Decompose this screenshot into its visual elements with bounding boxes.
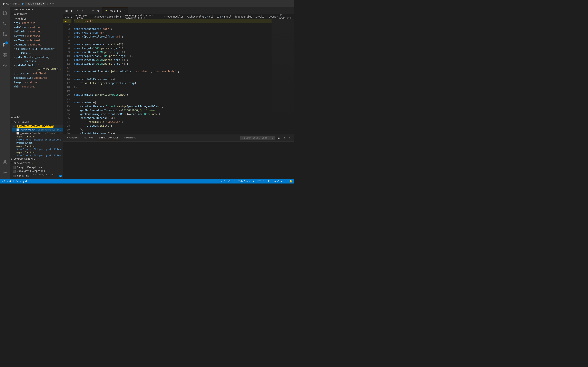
filter-input[interactable] — [241, 136, 275, 140]
line-num-22: 22 — [63, 100, 71, 104]
bc-deps: dependencies — [234, 15, 252, 18]
status-catalyst[interactable]: Catalyst — [16, 180, 27, 183]
status-language[interactable]: JavaScript — [272, 180, 287, 183]
run-debug-icon[interactable]: 1 — [0, 40, 10, 50]
frame-icon-anon: ⬜ — [16, 128, 19, 131]
svg-point-12 — [4, 160, 6, 162]
bc-node-modules: node_modules — [166, 15, 184, 18]
title-bar: ▶ RUN AND ... ▶ No Configur... ▾ ⚙ ••• — [0, 0, 294, 7]
explorer-icon[interactable] — [0, 8, 10, 18]
tab-size-label: Tab Size: 4 — [238, 180, 254, 183]
debug-toolbar: ⊞ ▶ ↷ ↓ ↑ ↺ ⊘ — [63, 7, 102, 14]
step-over-button[interactable]: ↷ — [75, 8, 80, 13]
call-stack-header[interactable]: ▶ CALL STACK — [10, 120, 63, 125]
tab-node-mjs[interactable]: JS node.mjs × — [102, 7, 128, 14]
skip-3-more-1[interactable]: Show 3 More: Skipped by skipFiles — [12, 138, 63, 141]
tab-terminal[interactable]: TERMINAL — [121, 135, 138, 140]
tab-problems[interactable]: PROBLEMS — [65, 135, 81, 140]
bp-uncaught-checkbox[interactable] — [13, 170, 16, 173]
source-control-icon[interactable] — [0, 29, 10, 39]
restart-button[interactable]: ↺ — [91, 8, 95, 13]
var-path[interactable]: ▶path:Module {_makeLong: <accesso... — [12, 55, 63, 63]
call-stack-anonymous[interactable]: ⬜ <anonymous> /Users/adhitya-14... — [12, 128, 63, 132]
code-line-22: const context = { — [74, 100, 272, 104]
status-errors[interactable]: ⊗ 0 — [2, 180, 5, 183]
cursor-position: Ln 1, Col 1 — [219, 180, 236, 183]
loaded-scripts-header[interactable]: ▶ LOADED SCRIPTS — [10, 157, 63, 161]
no-config-label: No Configur... — [27, 2, 42, 5]
continue-button[interactable]: ▶ — [69, 8, 74, 13]
frame-path-inst: internal/modules/... — [38, 132, 61, 134]
line-num-14: 14 — [63, 69, 71, 73]
bp-caught-exceptions[interactable]: Caught Exceptions — [10, 166, 63, 169]
step-out-button[interactable]: ↑ — [85, 8, 90, 13]
bp-uncaught-exceptions[interactable]: Uncaught Exceptions — [10, 169, 63, 173]
more-options-icon[interactable]: ••• — [50, 2, 55, 5]
bp-caught-checkbox[interactable] — [13, 166, 16, 169]
code-line-24: getMaxExecutionTimeMs: () => 15 * 60 * 1… — [74, 108, 272, 112]
skip-3-more-2[interactable]: Show 3 More: Skipped by skipFiles — [12, 148, 63, 151]
status-tab-size[interactable]: Tab Size: 4 — [238, 180, 254, 183]
line-num-18: 18 — [63, 85, 71, 89]
status-encoding[interactable]: UTF-8 — [257, 180, 264, 183]
tab-output[interactable]: OUTPUT — [82, 135, 96, 140]
bc-sep8: › — [214, 15, 216, 18]
step-into-button[interactable]: ↓ — [80, 8, 85, 13]
panel-list-icon[interactable]: ☰ — [276, 135, 281, 140]
variables-section-header[interactable]: ▶ VARIABLES — [10, 12, 63, 17]
call-stack-instantiate[interactable]: ⬜ _instantiate internal/modules/... — [12, 132, 63, 135]
run-debug-button[interactable]: ▶ RUN AND ... — [2, 2, 21, 6]
no-config-button[interactable]: No Configur... ▾ — [25, 2, 45, 6]
var-projectJson: projectJson:undefined — [12, 72, 63, 76]
bc-sep6: › — [184, 15, 186, 18]
bc-sep12: › — [267, 15, 268, 18]
title-bar-left: ▶ RUN AND ... ▶ No Configur... ▾ ⚙ ••• — [2, 2, 292, 6]
bp-uncaught-label: Uncaught Exceptions — [17, 170, 45, 173]
gear-icon[interactable]: ⚙ — [47, 2, 48, 5]
code-content[interactable]: 'use strict'; import * as path from 'pat… — [73, 19, 272, 134]
var-pathToFileURL[interactable]: ▶pathToFileURL:f pathToFileURL(fi... — [12, 63, 63, 72]
tab-debug-console[interactable]: DEBUG CONSOLE — [96, 135, 121, 140]
status-cursor[interactable]: Ln 1, Col 1 — [219, 180, 236, 183]
bp-index-checkbox[interactable] — [13, 175, 16, 177]
panel-collapse-icon[interactable]: ∧ — [282, 135, 287, 140]
panel: PROBLEMS OUTPUT DEBUG CONSOLE TERMINAL ☰… — [63, 134, 294, 179]
variables-chevron: ▶ — [11, 14, 13, 15]
breakpoints-header[interactable]: ▶ BREAKPOINTS ⚠ — [10, 161, 63, 166]
status-debug-icon[interactable]: ⚡ — [12, 180, 14, 183]
paused-frame[interactable]: ⚙ s PAUSED ON DEBUGGER STATEMENT — [12, 125, 63, 128]
line-num-7: 7 — [63, 42, 71, 46]
settings-icon[interactable] — [0, 167, 10, 177]
svg-rect-10 — [3, 56, 4, 57]
stop-button[interactable]: ⊘ — [96, 8, 101, 13]
bc-adhitya: adhitya-14266 — [75, 14, 90, 19]
panel-close-icon[interactable]: × — [287, 135, 292, 140]
skip-3-more-3[interactable]: Show 3 More: Skipped by skipFiles — [12, 154, 63, 157]
bp-index-js[interactable]: index.js functions/shipment-i... 5 — [10, 173, 63, 179]
svg-line-1 — [6, 24, 7, 25]
watch-section-header[interactable]: ▶ WATCH — [10, 114, 63, 120]
var-fs[interactable]: ▶fs:Module {Dir: <accessor>, Dire... — [12, 47, 63, 55]
code-line-25: getRemainingExecutionTimeMs: () => endTi… — [74, 112, 272, 116]
var-context: context:undefined — [12, 34, 63, 38]
variables-list: ▶ Module args:undefined authJson:undefin… — [10, 17, 63, 114]
catalyst-icon[interactable] — [0, 61, 10, 71]
status-warnings[interactable]: ⚠ 0 — [7, 180, 11, 183]
svg-point-0 — [3, 22, 6, 25]
tab-close-button[interactable]: × — [123, 9, 125, 12]
frame-icon-inst: ⬜ — [16, 132, 19, 134]
bell-icon: 🔔 — [289, 180, 292, 183]
bp-index-count: 5 — [59, 175, 62, 177]
minimap — [272, 19, 294, 134]
extensions-icon[interactable] — [0, 50, 10, 60]
status-eol[interactable]: LF — [267, 180, 269, 183]
code-line-9: const userData = JSON.parse(args[1]); — [74, 50, 272, 54]
code-line-1: 'use strict'; — [74, 19, 272, 23]
split-editor-button[interactable]: ⊞ — [64, 8, 69, 13]
call-stack-async2: async function — [12, 145, 63, 148]
module-section-header[interactable]: ▶ Module — [12, 17, 63, 21]
status-notifications[interactable]: 🔔 — [289, 180, 292, 183]
search-icon[interactable] — [0, 18, 10, 28]
paused-label: PAUSED ON DEBUGGER STATEMENT — [17, 125, 53, 128]
account-icon[interactable] — [0, 157, 10, 167]
